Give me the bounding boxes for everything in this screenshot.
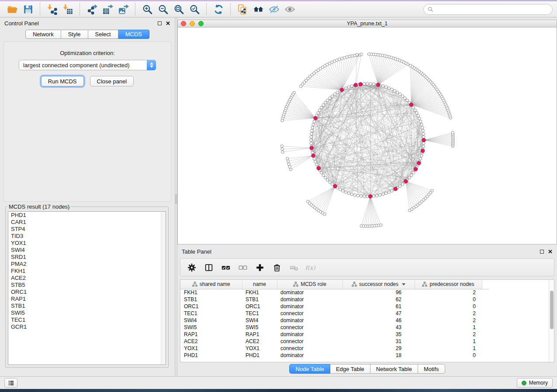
network-node[interactable] — [387, 191, 390, 193]
network-hub-node[interactable] — [354, 83, 357, 87]
network-node[interactable] — [281, 151, 284, 153]
network-node[interactable] — [342, 189, 344, 192]
network-node[interactable] — [419, 120, 422, 123]
export-network-button[interactable] — [84, 3, 100, 16]
save-button[interactable] — [20, 3, 36, 16]
table-cell[interactable]: 61 — [343, 303, 415, 310]
network-hub-node[interactable] — [317, 166, 320, 170]
tab-node-table[interactable]: Node Table — [289, 364, 330, 374]
network-hub-node[interactable] — [394, 187, 397, 191]
network-node[interactable] — [348, 55, 351, 58]
table-cell[interactable]: ACE2 — [242, 338, 277, 345]
delete-row-button[interactable] — [270, 261, 284, 275]
table-cell[interactable]: 46 — [343, 317, 415, 324]
network-node[interactable] — [360, 195, 362, 197]
table-row[interactable]: FKH1FKH1dominator962 — [180, 289, 489, 296]
zoom-selected-button[interactable] — [187, 3, 202, 16]
network-node[interactable] — [422, 132, 425, 135]
mcds-result-node[interactable]: TID3 — [8, 233, 166, 240]
table-cell[interactable]: ORC1 — [242, 303, 277, 310]
network-graph[interactable] — [178, 28, 557, 244]
network-node[interactable] — [431, 189, 433, 192]
table-cell[interactable]: 96 — [343, 289, 415, 296]
table-cell[interactable]: RAP1 — [180, 331, 242, 338]
network-node[interactable] — [391, 189, 393, 192]
tab-style[interactable]: Style — [61, 30, 88, 39]
table-cell[interactable]: ORC1 — [180, 303, 242, 310]
mcds-result-node[interactable]: ACE2 — [8, 275, 166, 282]
network-node[interactable] — [372, 195, 375, 197]
network-node[interactable] — [281, 119, 284, 122]
network-hub-node[interactable] — [310, 146, 313, 150]
network-node[interactable] — [401, 95, 404, 97]
table-cell[interactable]: 1 — [415, 324, 482, 331]
table-cell[interactable]: 0 — [415, 352, 482, 359]
network-node[interactable] — [347, 192, 350, 195]
run-mcds-button[interactable]: Run MCDS — [41, 76, 84, 86]
network-node[interactable] — [382, 85, 384, 87]
network-node[interactable] — [310, 132, 313, 135]
tab-network[interactable]: Network — [25, 30, 61, 39]
network-node[interactable] — [415, 111, 418, 114]
import-network-button[interactable] — [44, 3, 60, 16]
maximize-window-icon[interactable] — [198, 21, 204, 26]
network-hub-node[interactable] — [417, 161, 421, 165]
mcds-result-node[interactable]: GCR1 — [8, 323, 166, 330]
table-cell[interactable]: 1 — [415, 345, 482, 352]
network-node[interactable] — [412, 171, 415, 174]
table-cell[interactable]: 0 — [415, 296, 482, 303]
network-node[interactable] — [404, 97, 406, 100]
network-node[interactable] — [367, 53, 370, 55]
network-node[interactable] — [336, 91, 339, 94]
network-hub-node[interactable] — [333, 184, 337, 188]
table-cell[interactable]: connector — [277, 324, 343, 331]
network-node[interactable] — [421, 126, 424, 129]
network-hub-node[interactable] — [422, 138, 426, 142]
network-node[interactable] — [331, 95, 333, 97]
zoom-in-button[interactable] — [139, 3, 155, 16]
float-table-panel-icon[interactable] — [540, 250, 544, 254]
mcds-result-list[interactable]: PHD1CAR1STP4TID3YOX1SWI4SRD1PMA2FKH1ACE2… — [8, 211, 166, 365]
network-node[interactable] — [350, 193, 353, 196]
export-image-button[interactable] — [115, 3, 131, 16]
network-node[interactable] — [318, 109, 321, 111]
network-node[interactable] — [401, 183, 404, 186]
table-cell[interactable]: dominator — [277, 352, 343, 359]
tab-motifs[interactable]: Motifs — [418, 364, 445, 374]
zoom-fit-button[interactable] — [171, 3, 187, 16]
table-cell[interactable]: 31 — [343, 338, 415, 345]
network-hub-node[interactable] — [311, 154, 315, 157]
network-node[interactable] — [329, 181, 331, 183]
table-cell[interactable]: dominator — [277, 303, 343, 310]
network-node[interactable] — [382, 193, 384, 196]
column-header-MCDS-role[interactable]: MCDS role — [277, 280, 343, 289]
zoom-out-button[interactable] — [155, 3, 171, 16]
table-row[interactable]: TEC1TEC1connector472 — [180, 310, 489, 317]
network-node[interactable] — [422, 145, 425, 148]
memory-button[interactable]: Memory — [517, 378, 553, 388]
network-node[interactable] — [419, 157, 422, 160]
network-node[interactable] — [406, 99, 408, 102]
network-node[interactable] — [333, 93, 336, 96]
table-cell[interactable]: PHD1 — [180, 352, 242, 359]
show-all-button[interactable] — [282, 3, 298, 16]
network-hub-node[interactable] — [409, 103, 413, 107]
network-node[interactable] — [311, 129, 313, 132]
network-node[interactable] — [311, 126, 314, 129]
table-cell[interactable]: 2 — [415, 317, 482, 324]
table-cell[interactable]: ACE2 — [180, 338, 242, 345]
table-cell[interactable]: TEC1 — [180, 310, 242, 317]
table-row[interactable]: RAP1RAP1dominator352 — [180, 331, 489, 338]
network-node[interactable] — [287, 160, 289, 162]
table-row[interactable]: SWI4SWI4dominator462 — [180, 317, 489, 324]
network-node[interactable] — [417, 114, 419, 117]
network-node[interactable] — [289, 168, 292, 171]
close-panel-button[interactable]: Close panel — [90, 76, 134, 86]
table-cell[interactable]: 29 — [343, 345, 415, 352]
network-hub-node[interactable] — [314, 116, 317, 120]
network-node[interactable] — [313, 157, 315, 160]
network-node[interactable] — [344, 191, 347, 193]
open-button[interactable] — [4, 3, 20, 16]
mcds-result-node[interactable]: FKH1 — [8, 268, 166, 275]
mcds-result-node[interactable]: STB1 — [8, 303, 166, 309]
